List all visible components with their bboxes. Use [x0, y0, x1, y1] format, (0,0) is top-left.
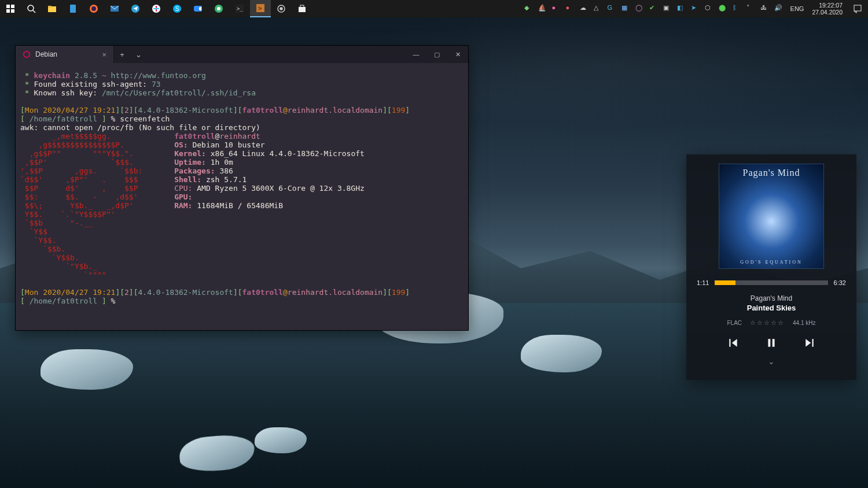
total-time: 6:32 [834, 279, 846, 286]
tray-icon-13[interactable]: ➤ [690, 0, 701, 17]
mail-button[interactable] [104, 0, 125, 17]
tray-icon-2[interactable]: ⛵ [537, 0, 549, 17]
tray-icon-8[interactable]: ▦ [620, 0, 632, 17]
elapsed-time: 1:11 [697, 279, 709, 286]
svg-text:S: S [175, 6, 179, 12]
terminal-titlebar[interactable]: Debian × + ⌄ — ▢ ✕ [16, 46, 468, 63]
tab-close-icon[interactable]: × [102, 50, 106, 59]
tray-icon-10[interactable]: ✔ [648, 0, 660, 17]
svg-line-5 [33, 10, 35, 13]
tray-icon-11[interactable]: ▣ [662, 0, 674, 17]
tray-icon-4[interactable]: ● [565, 0, 576, 17]
svg-point-4 [28, 5, 34, 11]
sample-rate: 44.1 kHz [793, 320, 815, 326]
svg-rect-36 [773, 339, 775, 347]
terminal-window: Debian × + ⌄ — ▢ ✕ * keychain 2.8.5 ~ ht… [15, 45, 469, 331]
tray-icon-14[interactable]: ⬡ [704, 0, 715, 17]
start-button[interactable] [0, 0, 21, 17]
telegram-button[interactable] [125, 0, 146, 17]
prev-track-button[interactable] [727, 337, 739, 349]
svg-rect-3 [11, 9, 14, 13]
svg-point-28 [280, 8, 282, 10]
svg-rect-1 [11, 5, 14, 8]
album-art[interactable]: Pagan's Mind GOD'S EQUATION [719, 164, 824, 269]
tray-icon-3[interactable]: ● [551, 0, 562, 17]
svg-marker-33 [732, 339, 737, 347]
album-band-text: Pagan's Mind [719, 168, 823, 178]
close-button[interactable]: ✕ [447, 46, 468, 63]
svg-rect-16 [153, 8, 159, 9]
clock-time: 19:22:07 [812, 2, 843, 9]
svg-marker-37 [806, 339, 811, 347]
browser-button[interactable] [208, 0, 229, 17]
svg-rect-35 [768, 339, 770, 347]
svg-point-32 [24, 51, 30, 58]
file-explorer-button[interactable] [42, 0, 62, 17]
notifications-button[interactable] [847, 0, 868, 17]
seek-bar[interactable] [715, 280, 827, 285]
svg-point-10 [91, 6, 96, 11]
svg-rect-7 [48, 6, 52, 8]
expand-chevron-icon[interactable]: ⌄ [768, 357, 775, 366]
tab-dropdown-button[interactable]: ⌄ [130, 46, 146, 63]
svg-rect-0 [6, 5, 10, 8]
svg-text:>: > [258, 5, 262, 12]
bluetooth-icon[interactable]: ᛒ [731, 0, 743, 17]
taskbar-app-1[interactable] [62, 0, 83, 17]
svg-text:>_: >_ [237, 6, 243, 12]
svg-rect-8 [70, 5, 76, 13]
tray-icon-6[interactable]: △ [593, 0, 604, 17]
terminal-tab-label: Debian [35, 50, 57, 58]
terminal-button[interactable]: > [250, 0, 271, 17]
zoom-button[interactable] [187, 0, 208, 17]
tray-icon-1[interactable]: ◆ [523, 0, 535, 17]
tray-chevron-icon[interactable]: ˄ [745, 0, 757, 17]
new-tab-button[interactable]: + [114, 46, 130, 63]
maximize-button[interactable]: ▢ [426, 46, 447, 63]
next-track-button[interactable] [804, 337, 815, 349]
minimize-button[interactable]: — [406, 46, 426, 63]
language-indicator[interactable]: ENG [787, 5, 808, 12]
skype-button[interactable]: S [167, 0, 187, 17]
tray-icon-12[interactable]: ◧ [676, 0, 687, 17]
music-player-widget: Pagan's Mind GOD'S EQUATION 1:11 6:32 Pa… [686, 154, 856, 380]
tray-icon-7[interactable]: G [606, 0, 618, 17]
svg-rect-2 [6, 9, 10, 13]
clock-date: 27.04.2020 [812, 9, 843, 16]
terminal-output[interactable]: * keychain 2.8.5 ~ http://www.funtoo.org… [16, 63, 468, 330]
track-title: Painted Skies [747, 304, 796, 312]
svg-rect-38 [812, 339, 814, 347]
search-button[interactable] [21, 0, 42, 17]
podcast-button[interactable] [271, 0, 292, 17]
seek-fill [715, 280, 735, 285]
network-icon[interactable]: 🖧 [759, 0, 771, 17]
store-button[interactable] [292, 0, 312, 17]
slack-button[interactable] [146, 0, 167, 17]
rating-stars[interactable]: ☆☆☆☆☆ [750, 319, 785, 327]
svg-rect-31 [854, 5, 861, 11]
tray-icon-9[interactable]: ◯ [634, 0, 646, 17]
svg-rect-34 [729, 339, 730, 347]
firefox-button[interactable] [83, 0, 104, 17]
svg-point-22 [217, 7, 220, 10]
volume-icon[interactable]: 🔊 [773, 0, 785, 17]
terminal-tab[interactable]: Debian × [16, 46, 114, 63]
taskbar-clock[interactable]: 19:22:07 27.04.2020 [807, 2, 847, 16]
tray-icon-15[interactable]: ⬤ [718, 0, 729, 17]
audio-format: FLAC [727, 320, 742, 326]
track-artist: Pagan's Mind [751, 294, 792, 302]
tray-icon-5[interactable]: ☁ [579, 0, 590, 17]
album-subtitle-text: GOD'S EQUATION [719, 260, 823, 265]
system-tray: ◆ ⛵ ● ● ☁ △ G ▦ ◯ ✔ ▣ ◧ ➤ ⬡ ⬤ ᛒ ˄ 🖧 🔊 [523, 0, 787, 17]
play-pause-button[interactable] [766, 337, 777, 349]
debian-icon [23, 50, 31, 58]
taskbar: S >_ > ◆ ⛵ ● ● ☁ △ G ▦ ◯ ✔ ▣ ◧ ➤ [0, 0, 868, 17]
cmd-button[interactable]: >_ [229, 0, 250, 17]
